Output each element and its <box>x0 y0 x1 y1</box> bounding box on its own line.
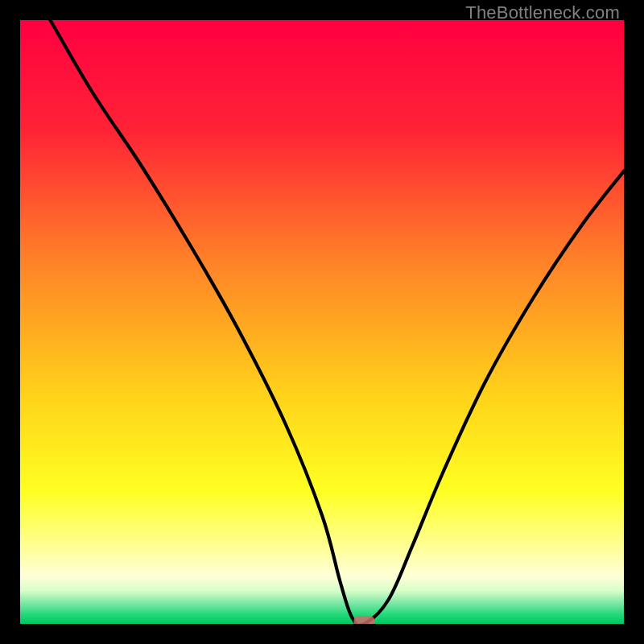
minimum-marker <box>354 616 375 624</box>
attribution-text: TheBottleneck.com <box>465 2 620 23</box>
outer-frame: TheBottleneck.com <box>0 0 644 644</box>
bottleneck-curve <box>51 20 625 624</box>
plot-area <box>20 20 624 624</box>
curve-layer <box>20 20 624 624</box>
